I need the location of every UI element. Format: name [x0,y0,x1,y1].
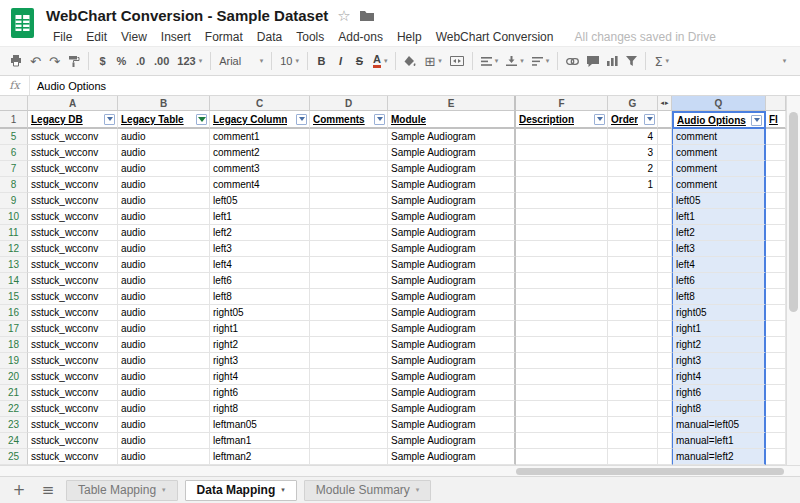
cell-E-17[interactable]: Sample Audiogram [388,321,516,337]
cell-E-7[interactable]: Sample Audiogram [388,161,516,177]
cell-A-9[interactable]: sstuck_wcconv [28,193,118,209]
cell-col7-22[interactable] [658,401,672,417]
menu-data[interactable]: Data [250,30,289,44]
cell-A-14[interactable]: sstuck_wcconv [28,273,118,289]
cell-C-21[interactable]: right6 [210,385,310,401]
fill-color-icon[interactable] [400,50,420,72]
cell-D-22[interactable] [310,401,388,417]
merge-cells-icon[interactable] [446,50,468,72]
column-letter-E[interactable]: E [388,96,516,111]
vertical-scrollbar-thumb[interactable] [789,112,798,312]
cell-B-10[interactable]: audio [118,209,210,225]
row-number-19[interactable]: 19 [0,353,28,369]
cell-A-5[interactable]: sstuck_wcconv [28,129,118,145]
cell-Q-6[interactable]: comment [672,145,766,161]
column-letter-col7[interactable]: ◂▸ [658,96,672,111]
cell-C-25[interactable]: leftman2 [210,449,310,465]
cell-col9-12[interactable] [766,241,786,257]
cell-E-11[interactable]: Sample Audiogram [388,225,516,241]
currency-format-button[interactable]: $ [93,50,112,72]
cell-D-14[interactable] [310,273,388,289]
increase-decimals-button[interactable]: .00 [150,50,173,72]
cell-F-13[interactable] [516,257,608,273]
cell-E-18[interactable]: Sample Audiogram [388,337,516,353]
filter-dropdown-icon[interactable] [594,114,605,125]
cell-C-24[interactable]: leftman1 [210,433,310,449]
cell-D-9[interactable] [310,193,388,209]
cell-B-13[interactable]: audio [118,257,210,273]
star-icon[interactable]: ☆ [337,8,350,23]
cell-G-24[interactable] [608,433,658,449]
cell-E-20[interactable]: Sample Audiogram [388,369,516,385]
row-number-14[interactable]: 14 [0,273,28,289]
cell-D-20[interactable] [310,369,388,385]
cell-A-24[interactable]: sstuck_wcconv [28,433,118,449]
cell-col9-14[interactable] [766,273,786,289]
cell-C-20[interactable]: right4 [210,369,310,385]
cell-Q-23[interactable]: manual=left05 [672,417,766,433]
cell-col7-13[interactable] [658,257,672,273]
cell-C-12[interactable]: left3 [210,241,310,257]
cell-Q-7[interactable]: comment [672,161,766,177]
cell-Q-12[interactable]: left3 [672,241,766,257]
cell-Q-5[interactable]: comment [672,129,766,145]
cell-col7-15[interactable] [658,289,672,305]
row-number-24[interactable]: 24 [0,433,28,449]
cell-Q-13[interactable]: left4 [672,257,766,273]
cell-G-9[interactable] [608,193,658,209]
cell-F-21[interactable] [516,385,608,401]
filter-active-icon[interactable] [196,114,207,125]
cell-D-21[interactable] [310,385,388,401]
cell-E-16[interactable]: Sample Audiogram [388,305,516,321]
cell-Q-19[interactable]: right3 [672,353,766,369]
cell-A-20[interactable]: sstuck_wcconv [28,369,118,385]
cell-G-10[interactable] [608,209,658,225]
cell-col7-24[interactable] [658,433,672,449]
cell-G-25[interactable] [608,449,658,465]
cell-C-17[interactable]: right1 [210,321,310,337]
cell-A-21[interactable]: sstuck_wcconv [28,385,118,401]
column-letter-G[interactable]: G [608,96,658,111]
cell-E-9[interactable]: Sample Audiogram [388,193,516,209]
cell-B-23[interactable]: audio [118,417,210,433]
cell-col9-16[interactable] [766,305,786,321]
cell-D-15[interactable] [310,289,388,305]
cell-G-13[interactable] [608,257,658,273]
cell-col7-9[interactable] [658,193,672,209]
cell-D-17[interactable] [310,321,388,337]
cell-C-22[interactable]: right8 [210,401,310,417]
cell-col9-5[interactable] [766,129,786,145]
column-letter-F[interactable]: F [516,96,608,111]
header-cell-G[interactable]: Order [608,111,658,129]
row-number-1[interactable]: 1 [0,111,28,129]
cell-E-14[interactable]: Sample Audiogram [388,273,516,289]
cell-F-15[interactable] [516,289,608,305]
number-format-button[interactable]: 123 ▾ [173,50,206,72]
cell-C-18[interactable]: right2 [210,337,310,353]
cell-F-9[interactable] [516,193,608,209]
cell-G-19[interactable] [608,353,658,369]
cell-G-15[interactable] [608,289,658,305]
redo-icon[interactable]: ↷ [45,50,64,72]
cell-C-14[interactable]: left6 [210,273,310,289]
cell-A-22[interactable]: sstuck_wcconv [28,401,118,417]
print-icon[interactable] [6,50,26,72]
cell-col7-7[interactable] [658,161,672,177]
cell-D-10[interactable] [310,209,388,225]
fx-icon[interactable]: fx [0,76,30,95]
hidden-columns-right-icon[interactable]: ▸ [665,99,669,107]
filter-dropdown-icon[interactable] [644,114,655,125]
filter-dropdown-icon[interactable] [104,114,115,125]
header-cell-D[interactable]: Comments [310,111,388,129]
cell-Q-9[interactable]: left05 [672,193,766,209]
cell-C-6[interactable]: comment2 [210,145,310,161]
cell-F-5[interactable] [516,129,608,145]
cell-col7-12[interactable] [658,241,672,257]
cell-E-12[interactable]: Sample Audiogram [388,241,516,257]
cell-F-24[interactable] [516,433,608,449]
cell-B-21[interactable]: audio [118,385,210,401]
cell-Q-20[interactable]: right4 [672,369,766,385]
cell-E-19[interactable]: Sample Audiogram [388,353,516,369]
cell-D-11[interactable] [310,225,388,241]
cell-col7-6[interactable] [658,145,672,161]
